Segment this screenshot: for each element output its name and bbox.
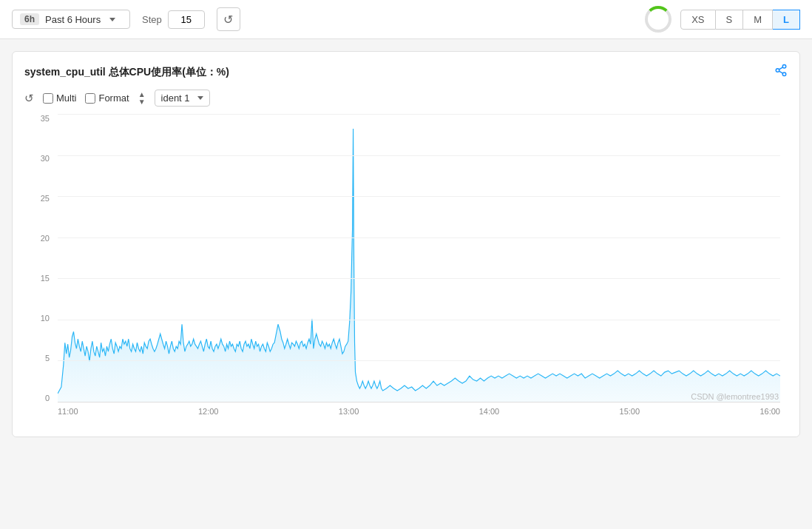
- chart-card: system_cpu_util 总体CPU使用率(单位：%) ↺ Multi F…: [12, 51, 800, 437]
- watermark: CSDN @lemontree1993: [691, 392, 779, 401]
- svg-line-3: [779, 71, 782, 73]
- ident-value: ident 1: [161, 92, 190, 104]
- grid-line-15: [58, 278, 780, 279]
- grid-line-5: [58, 360, 780, 361]
- ident-chevron-icon: [197, 96, 203, 100]
- y-label-15: 15: [41, 274, 50, 283]
- size-s-button[interactable]: S: [716, 10, 744, 30]
- sort-arrows[interactable]: ▲ ▼: [138, 91, 146, 106]
- y-label-5: 5: [45, 354, 50, 363]
- format-checkbox-label[interactable]: Format: [85, 92, 129, 104]
- time-range-label: Past 6 Hours: [45, 14, 101, 25]
- svg-point-0: [782, 65, 786, 69]
- format-label: Format: [98, 92, 129, 104]
- svg-line-4: [779, 67, 782, 70]
- size-buttons-group: XS S M L: [680, 10, 800, 30]
- sort-down-icon: ▼: [138, 98, 146, 106]
- chart-plot: [58, 114, 780, 402]
- grid-line-20: [58, 237, 780, 238]
- loading-ring: [645, 6, 671, 33]
- chart-svg: [58, 114, 780, 402]
- y-label-0: 0: [45, 394, 50, 402]
- size-xs-button[interactable]: XS: [680, 10, 715, 30]
- multi-checkbox-label[interactable]: Multi: [43, 92, 76, 104]
- y-label-10: 10: [41, 314, 50, 323]
- grid-line-35: [58, 114, 780, 115]
- chart-refresh-icon[interactable]: ↺: [24, 92, 34, 105]
- size-l-button[interactable]: L: [773, 10, 800, 30]
- x-label-1300: 13:00: [339, 407, 359, 416]
- y-label-25: 25: [41, 194, 50, 203]
- sort-up-icon: ▲: [138, 91, 146, 98]
- y-label-30: 30: [41, 154, 50, 163]
- y-axis: 35 30 25 20 15 10 5 0: [24, 114, 54, 402]
- time-range-badge: 6h: [20, 13, 39, 25]
- x-label-1200: 12:00: [198, 407, 219, 416]
- time-range-select[interactable]: 6h Past 6 Hours: [12, 10, 130, 29]
- chevron-down-icon: [109, 18, 115, 21]
- y-label-35: 35: [41, 114, 50, 123]
- multi-label: Multi: [56, 92, 76, 104]
- share-icon[interactable]: [774, 64, 788, 81]
- x-label-1100: 11:00: [58, 407, 78, 416]
- format-checkbox[interactable]: [85, 93, 95, 104]
- card-header: system_cpu_util 总体CPU使用率(单位：%): [24, 64, 788, 81]
- size-m-button[interactable]: M: [743, 10, 773, 30]
- chart-area: 35 30 25 20 15 10 5 0: [24, 114, 788, 425]
- x-axis: 11:00 12:00 13:00 14:00 15:00 16:00: [58, 404, 780, 425]
- grid-line-25: [58, 196, 780, 197]
- multi-checkbox[interactable]: [43, 93, 53, 104]
- refresh-icon: ↺: [223, 13, 233, 27]
- step-control: Step: [142, 10, 205, 29]
- svg-point-2: [782, 73, 786, 76]
- x-label-1500: 15:00: [620, 407, 640, 416]
- grid-line-10: [58, 320, 780, 320]
- y-label-20: 20: [41, 234, 50, 243]
- card-title: system_cpu_util 总体CPU使用率(单位：%): [24, 66, 229, 79]
- grid-line-30: [58, 155, 780, 156]
- x-label-1400: 14:00: [479, 407, 500, 416]
- x-label-1600: 16:00: [759, 407, 780, 416]
- ident-select[interactable]: ident 1: [155, 90, 210, 107]
- chart-controls: ↺ Multi Format ▲ ▼ ident 1: [24, 90, 788, 107]
- step-label: Step: [142, 14, 162, 25]
- svg-point-1: [776, 69, 779, 73]
- step-input[interactable]: [168, 10, 205, 29]
- refresh-button[interactable]: ↺: [217, 7, 240, 31]
